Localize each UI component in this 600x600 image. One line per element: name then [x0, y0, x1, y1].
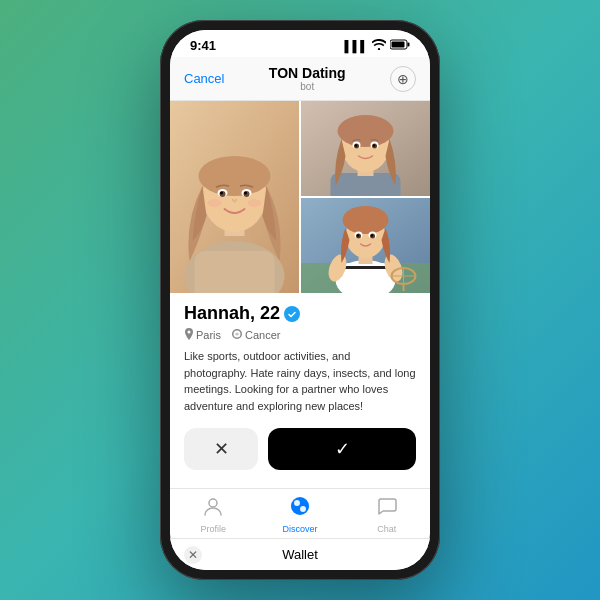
- svg-rect-18: [331, 173, 401, 196]
- discover-nav-icon: [289, 495, 311, 522]
- status-time: 9:41: [190, 38, 216, 53]
- profile-photo-main: [170, 101, 299, 293]
- profile-name: Hannah, 22: [184, 303, 280, 324]
- profile-nav-label: Profile: [201, 524, 227, 534]
- zodiac-icon: [231, 328, 243, 342]
- svg-point-14: [244, 192, 247, 195]
- verified-icon: [284, 305, 300, 322]
- svg-point-13: [220, 192, 223, 195]
- phone-screen: 9:41 ▌▌▌ Cancel TON Dating bot ⊕: [170, 30, 430, 570]
- location-icon: [184, 328, 194, 342]
- profile-photo-top-right: [301, 101, 430, 196]
- signal-icon: ▌▌▌: [345, 40, 368, 52]
- svg-point-27: [373, 144, 375, 146]
- zodiac-item: Cancer: [231, 328, 280, 342]
- chat-nav-label: Chat: [377, 524, 396, 534]
- bottom-nav: Profile Discover Chat: [170, 488, 430, 538]
- profile-meta: Paris Cancer: [184, 328, 416, 342]
- svg-point-26: [355, 144, 357, 146]
- more-button[interactable]: ⊕: [390, 66, 416, 92]
- zodiac-text: Cancer: [245, 329, 280, 341]
- nav-item-chat[interactable]: Chat: [343, 495, 430, 534]
- profile-bio: Like sports, outdoor activities, and pho…: [184, 348, 416, 414]
- svg-point-49: [209, 499, 217, 507]
- wallet-close-button[interactable]: ✕: [184, 546, 202, 564]
- app-header: Cancel TON Dating bot ⊕: [170, 57, 430, 101]
- svg-point-43: [371, 234, 373, 236]
- like-icon: ✓: [335, 438, 350, 460]
- svg-point-48: [284, 306, 300, 322]
- action-row: ✕ ✓: [170, 420, 430, 478]
- profile-info: Hannah, 22 Paris Cancer: [170, 293, 430, 420]
- svg-rect-2: [408, 43, 410, 47]
- status-icons: ▌▌▌: [345, 39, 410, 52]
- battery-icon: [390, 39, 410, 52]
- header-center: TON Dating bot: [269, 65, 346, 92]
- wifi-icon: [372, 39, 386, 52]
- more-icon: ⊕: [397, 71, 409, 87]
- header-subtitle: bot: [269, 81, 346, 92]
- phone-frame: 9:41 ▌▌▌ Cancel TON Dating bot ⊕: [160, 20, 440, 580]
- svg-point-16: [248, 199, 262, 207]
- profile-photo-bottom-right: [301, 198, 430, 293]
- chat-nav-icon: [376, 495, 398, 522]
- svg-point-21: [338, 115, 394, 147]
- wallet-close-icon: ✕: [188, 548, 198, 562]
- location-text: Paris: [196, 329, 221, 341]
- nav-item-profile[interactable]: Profile: [170, 495, 257, 534]
- svg-rect-32: [344, 266, 388, 269]
- dislike-icon: ✕: [214, 438, 229, 460]
- like-button[interactable]: ✓: [268, 428, 416, 470]
- header-title: TON Dating: [269, 65, 346, 81]
- cancel-button[interactable]: Cancel: [184, 71, 224, 86]
- nav-item-discover[interactable]: Discover: [257, 495, 344, 534]
- svg-point-37: [343, 206, 389, 234]
- dislike-button[interactable]: ✕: [184, 428, 258, 470]
- photo-grid: [170, 101, 430, 293]
- wallet-bar: ✕ Wallet: [170, 538, 430, 570]
- svg-point-8: [199, 156, 271, 196]
- profile-name-row: Hannah, 22: [184, 303, 416, 324]
- svg-rect-5: [195, 251, 275, 293]
- svg-point-42: [357, 234, 359, 236]
- svg-point-15: [208, 199, 222, 207]
- status-bar: 9:41 ▌▌▌: [170, 30, 430, 57]
- location-item: Paris: [184, 328, 221, 342]
- svg-rect-1: [392, 42, 405, 48]
- wallet-label: Wallet: [282, 547, 318, 562]
- svg-rect-47: [403, 283, 405, 291]
- discover-nav-label: Discover: [283, 524, 318, 534]
- profile-nav-icon: [202, 495, 224, 522]
